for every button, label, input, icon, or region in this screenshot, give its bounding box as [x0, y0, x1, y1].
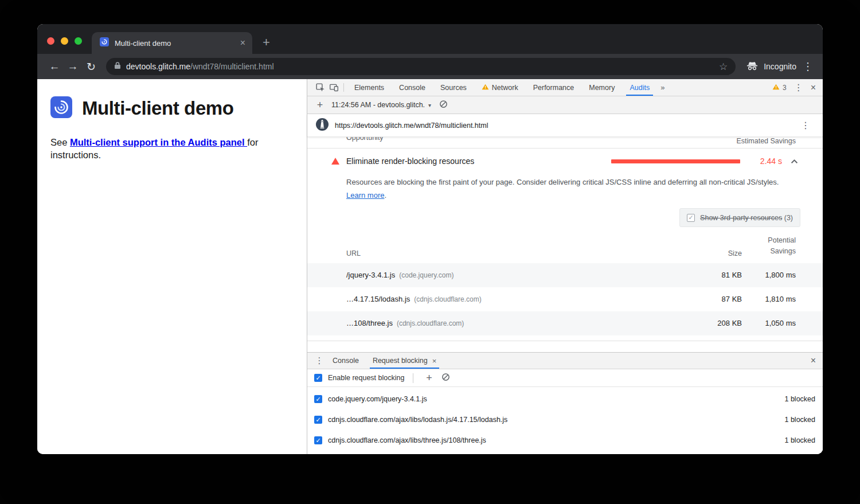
page-logo-icon [50, 96, 72, 120]
tab-label: Memory [589, 84, 615, 92]
tab-label: Audits [630, 84, 650, 92]
table-header: URL Size PotentialSavings [307, 235, 823, 263]
pattern-checkbox[interactable]: ✓ [314, 436, 322, 444]
opportunity-header: Opportunity [346, 137, 384, 142]
drawer-tab-request-blocking[interactable]: Request blocking × [366, 353, 444, 369]
url-domain: devtools.glitch.me [126, 62, 190, 71]
audits-panel-link[interactable]: Multi-client support in the Audits panel [70, 137, 247, 147]
filter-label: Show 3rd-party resources [700, 214, 782, 222]
incognito-badge: Incognito [746, 60, 796, 73]
tab-sources[interactable]: Sources [433, 79, 474, 96]
opportunity-row[interactable]: Eliminate render-blocking resources 2.44… [307, 149, 823, 174]
bookmark-star-icon[interactable]: ☆ [719, 61, 728, 73]
blocked-count: 1 blocked [784, 436, 815, 444]
browser-titlebar: Multi-client demo × + [37, 24, 823, 54]
intro-prefix: See [50, 137, 70, 147]
browser-toolbar: ← → ↻ devtools.glitch.me/wndt78/multicli… [37, 54, 823, 79]
col-size: Size [690, 249, 742, 257]
inspect-element-icon[interactable] [313, 79, 327, 96]
resource-path: …108/three.js [346, 319, 393, 327]
devtools-menu-icon[interactable]: ⋮ [794, 83, 803, 92]
list-item[interactable]: ✓ cdnjs.cloudflare.com/ajax/libs/lodash.… [307, 409, 823, 430]
devtools-tabbar-right: 3 ⋮ × [772, 79, 817, 96]
lighthouse-icon [315, 118, 329, 134]
tab-performance[interactable]: Performance [526, 79, 582, 96]
divider [307, 341, 823, 341]
more-tabs-button[interactable]: » [657, 79, 668, 96]
resource-host: (cdnjs.cloudflare.com) [414, 295, 481, 303]
blocked-count: 1 blocked [784, 395, 815, 403]
zoom-window-button[interactable] [75, 37, 82, 45]
toolbar-divider [413, 373, 413, 383]
tab-close-icon[interactable]: × [240, 38, 245, 48]
opportunity-title: Eliminate render-blocking resources [346, 157, 611, 166]
opportunity-column-headers: Opportunity Estimated Savings [307, 137, 823, 146]
new-tab-button[interactable]: + [263, 36, 270, 49]
device-toolbar-icon[interactable] [327, 79, 341, 96]
failed-audit-icon [331, 158, 339, 165]
list-item[interactable]: ✓ code.jquery.com/jquery-3.4.1.js 1 bloc… [307, 389, 823, 409]
request-blocking-toolbar: ✓ Enable request blocking + [307, 369, 823, 387]
browser-tab[interactable]: Multi-client demo × [92, 32, 252, 54]
drawer-tab-close-icon[interactable]: × [432, 357, 437, 365]
pattern-text: cdnjs.cloudflare.com/ajax/libs/lodash.js… [328, 416, 507, 424]
pattern-text: cdnjs.cloudflare.com/ajax/libs/three.js/… [328, 436, 486, 444]
new-audit-button[interactable]: + [313, 99, 327, 111]
list-item[interactable]: ✓ cdnjs.cloudflare.com/ajax/libs/three.j… [307, 430, 823, 451]
third-party-filter[interactable]: ✓ Show 3rd-party resources (3) [679, 208, 800, 227]
resource-url: …108/three.js(cdnjs.cloudflare.com) [346, 319, 690, 327]
pattern-checkbox[interactable]: ✓ [314, 395, 322, 403]
back-button[interactable]: ← [45, 60, 64, 73]
resource-size: 81 KB [690, 271, 742, 279]
url-path: /wndt78/multiclient.html [190, 62, 274, 71]
tab-label: Console [333, 357, 359, 365]
address-bar[interactable]: devtools.glitch.me/wndt78/multiclient.ht… [106, 58, 736, 75]
tab-audits[interactable]: Audits [622, 79, 657, 96]
collapse-chevron-icon[interactable] [791, 159, 798, 164]
devtools-close-icon[interactable]: × [811, 83, 816, 92]
incognito-label: Incognito [764, 62, 796, 71]
tab-label: Sources [440, 84, 467, 92]
savings-bar [611, 159, 740, 163]
drawer-close-icon[interactable]: × [811, 356, 816, 365]
toolbar-divider [343, 83, 344, 92]
enable-request-blocking-checkbox[interactable]: ✓ [314, 374, 322, 382]
devtools-panel: Elements Console Sources Network Perform… [307, 79, 823, 454]
table-row: /jquery-3.4.1.js(code.jquery.com) 81 KB … [307, 263, 823, 287]
reload-button[interactable]: ↻ [82, 60, 100, 73]
incognito-icon [746, 60, 759, 73]
tab-network[interactable]: Network [474, 79, 526, 96]
col-savings-line1: Potential [742, 235, 796, 246]
forward-button[interactable]: → [64, 60, 82, 73]
tab-label: Request blocking [373, 357, 428, 365]
resource-savings: 1,050 ms [742, 318, 796, 329]
tab-memory[interactable]: Memory [581, 79, 622, 96]
audit-report-body: Opportunity Estimated Savings Eliminate … [307, 137, 823, 352]
audit-session-select[interactable]: 11:24:56 AM - devtools.glitch. [331, 101, 425, 109]
table-row: …4.17.15/lodash.js(cdnjs.cloudflare.com)… [307, 287, 823, 311]
warning-count-badge[interactable]: 3 [772, 84, 787, 92]
opportunity-description: Resources are blocking the first paint o… [307, 174, 823, 202]
tab-elements[interactable]: Elements [347, 79, 392, 96]
remove-all-patterns-icon[interactable] [441, 373, 450, 384]
resource-size: 87 KB [690, 295, 742, 303]
close-window-button[interactable] [47, 37, 54, 45]
audit-report-url: https://devtools.glitch.me/wndt78/multic… [335, 122, 795, 130]
audit-report-menu-icon[interactable]: ⋮ [801, 121, 810, 130]
clear-audits-icon[interactable] [439, 100, 448, 111]
pattern-text: code.jquery.com/jquery-3.4.1.js [328, 395, 427, 403]
show-3rd-party-checkbox[interactable]: ✓ [687, 214, 695, 222]
enable-request-blocking-label: Enable request blocking [328, 374, 404, 382]
drawer-tabbar-right: × [811, 353, 817, 369]
drawer-tab-console[interactable]: Console [326, 353, 366, 369]
tab-console[interactable]: Console [392, 79, 433, 96]
add-pattern-button[interactable]: + [422, 372, 436, 384]
lock-icon [114, 61, 121, 72]
browser-menu-icon[interactable]: ⋮ [801, 60, 815, 73]
drawer-menu-icon[interactable]: ⋮ [313, 353, 326, 369]
page-intro: See Multi-client support in the Audits p… [50, 136, 294, 162]
learn-more-link[interactable]: Learn more [346, 191, 384, 200]
traffic-lights [47, 37, 82, 45]
pattern-checkbox[interactable]: ✓ [314, 416, 322, 424]
minimize-window-button[interactable] [61, 37, 68, 45]
